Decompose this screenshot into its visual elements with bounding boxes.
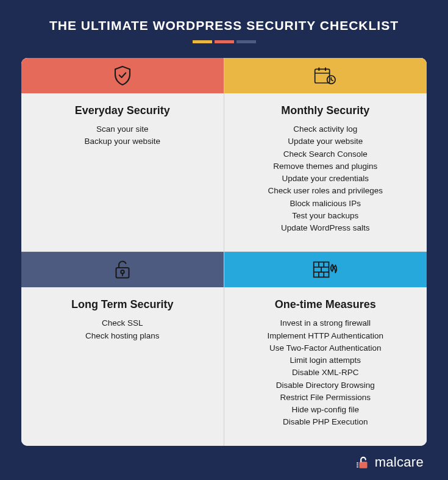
shield-check-icon [112, 65, 133, 87]
list-item: Check user roles and privileges [232, 185, 420, 197]
card-title-everyday: Everyday Security [29, 104, 216, 117]
list-item: Backup your website [29, 135, 216, 148]
accent-bars [21, 40, 427, 43]
card-body-one-time: One-time Measures Invest in a strong fir… [224, 287, 427, 445]
card-items-long-term: Check SSL Check hosting plans [29, 317, 216, 342]
accent-bar-red [215, 40, 234, 43]
list-item: Update your credentials [232, 173, 420, 185]
card-header-one-time [224, 252, 427, 287]
list-item: Update WordPress salts [232, 222, 420, 234]
brand-name: malcare [375, 454, 424, 470]
accent-bar-yellow [193, 40, 212, 43]
card-monthly-security: Monthly Security Check activity log Upda… [224, 58, 427, 252]
list-item: Scan your site [29, 123, 216, 135]
card-long-term-security: Long Term Security Check SSL Check hosti… [21, 252, 224, 445]
card-title-one-time: One-time Measures [232, 298, 420, 311]
card-title-monthly: Monthly Security [232, 104, 420, 117]
list-item: Disable PHP Execution [232, 416, 420, 428]
svg-rect-16 [359, 462, 367, 468]
list-item: Restrict File Permissions [232, 392, 420, 404]
card-header-everyday [21, 58, 224, 93]
list-item: Check hosting plans [29, 330, 216, 342]
card-everyday-security: Everyday Security Scan your site Backup … [21, 58, 224, 252]
open-lock-icon [112, 259, 133, 281]
card-items-one-time: Invest in a strong firewall Implement HT… [232, 317, 420, 428]
list-item: Implement HTTP Authentication [232, 330, 420, 342]
list-item: Disable Directory Browsing [232, 379, 420, 392]
list-item: Disable XML-RPC [232, 367, 420, 379]
card-body-everyday: Everyday Security Scan your site Backup … [21, 93, 224, 251]
card-header-monthly [224, 58, 427, 93]
list-item: Use Two-Factor Authentication [232, 342, 420, 354]
list-item: Test your backups [232, 210, 420, 222]
list-item: Invest in a strong firewall [232, 317, 420, 329]
card-title-long-term: Long Term Security [29, 298, 216, 311]
page-title: THE ULTIMATE WORDPRESS SECURITY CHECKLIS… [21, 18, 427, 33]
calendar-clock-icon [313, 65, 338, 87]
card-body-long-term: Long Term Security Check SSL Check hosti… [21, 287, 224, 445]
card-items-monthly: Check activity log Update your website C… [232, 123, 420, 234]
firewall-flame-icon [312, 259, 339, 281]
list-item: Check Search Console [232, 148, 420, 160]
list-item: Block malicious IPs [232, 198, 420, 210]
list-item: Limit login attempts [232, 354, 420, 367]
list-item: Update your website [232, 135, 420, 148]
checklist-grid: Everyday Security Scan your site Backup … [21, 58, 427, 446]
card-header-long-term [21, 252, 224, 287]
card-body-monthly: Monthly Security Check activity log Upda… [224, 93, 427, 251]
malcare-lock-icon [355, 454, 371, 470]
card-items-everyday: Scan your site Backup your website [29, 123, 216, 148]
brand-footer: malcare [355, 454, 424, 470]
accent-bar-blue [236, 40, 256, 43]
list-item: Check SSL [29, 317, 216, 329]
list-item: Remove themes and plugins [232, 160, 420, 173]
list-item: Hide wp-config file [232, 404, 420, 416]
list-item: Check activity log [232, 123, 420, 135]
card-one-time-measures: One-time Measures Invest in a strong fir… [224, 252, 427, 445]
